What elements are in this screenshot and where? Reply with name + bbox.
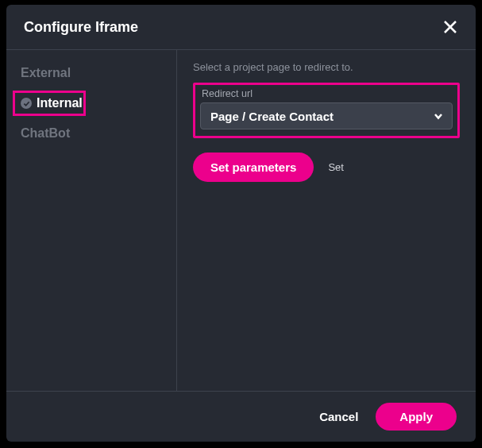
- sidebar-item-internal[interactable]: Internal: [6, 88, 176, 118]
- cancel-button[interactable]: Cancel: [319, 410, 358, 423]
- redirect-url-label: Redirect url: [200, 88, 453, 99]
- chevron-down-icon: [433, 110, 444, 122]
- modal-body: External Internal ChatBot Select a proje…: [6, 49, 476, 391]
- modal-title: Configure Iframe: [24, 19, 138, 36]
- parameter-actions: Set parameters Set: [193, 153, 460, 182]
- close-icon: [442, 19, 458, 35]
- sidebar-item-label: Internal: [37, 96, 83, 110]
- sidebar: External Internal ChatBot: [6, 50, 177, 391]
- main-panel: Select a project page to redirect to. Re…: [177, 50, 476, 391]
- apply-button[interactable]: Apply: [376, 403, 457, 431]
- check-circle-icon: [21, 98, 32, 109]
- sidebar-item-label: External: [21, 66, 71, 80]
- sidebar-item-chatbot[interactable]: ChatBot: [6, 118, 176, 149]
- configure-iframe-modal: Configure Iframe External Internal ChatB…: [6, 5, 476, 442]
- modal-footer: Cancel Apply: [6, 391, 476, 442]
- hint-text: Select a project page to redirect to.: [193, 61, 460, 73]
- close-button[interactable]: [439, 16, 461, 38]
- redirect-url-select[interactable]: Page / Create Contact: [200, 102, 453, 129]
- modal-header: Configure Iframe: [6, 5, 476, 49]
- sidebar-item-label: ChatBot: [21, 126, 70, 141]
- set-parameters-button[interactable]: Set parameters: [193, 153, 314, 182]
- redirect-url-value: Page / Create Contact: [210, 110, 334, 123]
- redirect-url-field: Redirect url Page / Create Contact: [193, 83, 460, 138]
- sidebar-item-external[interactable]: External: [6, 58, 176, 88]
- set-label: Set: [328, 161, 344, 173]
